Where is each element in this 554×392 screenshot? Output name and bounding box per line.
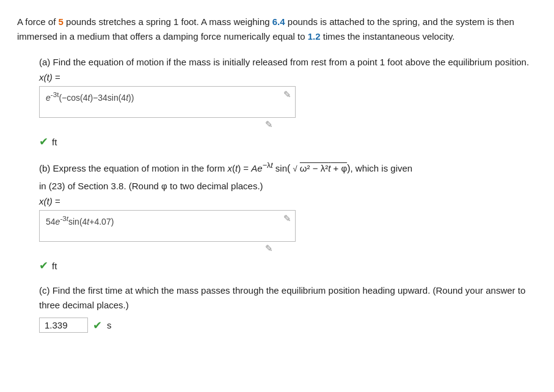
part-b-label-before: (b) Express the equation of motion in th…: [39, 163, 228, 173]
pencil-icon-bottom-a: ✎: [265, 119, 537, 130]
intro-val-5: 5: [59, 16, 64, 27]
intro-val-64: 6.4: [272, 16, 285, 27]
part-b-which-is-given: which is given: [353, 163, 413, 173]
part-b-expression[interactable]: 54e-3tsin(4t+4.07): [40, 211, 295, 229]
part-b-input-area[interactable]: ✎ 54e-3tsin(4t+4.07): [39, 210, 296, 242]
part-a-input-area[interactable]: ✎ e-3t(−cos(4t)−34sin(4t)): [39, 86, 296, 118]
part-b-section: (b) Express the equation of motion in th…: [39, 159, 537, 272]
part-c-answer-box[interactable]: 1.339: [39, 318, 88, 333]
check-icon-a: ✔: [39, 135, 48, 148]
part-b-math: x(t) = Ae−λt sin( √ ω² − λ²t + φ),: [228, 163, 353, 173]
part-b-xt-label: x(t) =: [39, 196, 537, 206]
check-icon-c: ✔: [93, 319, 102, 332]
part-a-section: (a) Find the equation of motion if the m…: [39, 55, 537, 148]
pencil-icon-top-a: ✎: [283, 89, 291, 100]
intro-paragraph: A force of 5 pounds stretches a spring 1…: [17, 15, 537, 44]
part-c-answer-row: 1.339 ✔ s: [39, 318, 537, 333]
check-icon-b: ✔: [39, 259, 48, 272]
intro-text-after-5: pounds stretches a spring 1 foot. A mass…: [64, 16, 272, 27]
pencil-icon-top-b: ✎: [283, 213, 291, 224]
intro-text-before-5: A force of: [17, 16, 59, 27]
part-b-check-row: ✔ ft: [39, 259, 537, 272]
intro-text-after-12: times the instantaneous velocity.: [321, 31, 455, 42]
part-b-expr-text: 54e-3tsin(4t+4.07): [46, 217, 114, 227]
part-a-expression[interactable]: e-3t(−cos(4t)−34sin(4t)): [40, 87, 295, 105]
part-a-xt-label: x(t) =: [39, 72, 537, 82]
part-a-label: (a) Find the equation of motion if the m…: [39, 55, 537, 70]
part-a-check-row: ✔ ft: [39, 135, 537, 148]
part-c-unit: s: [107, 320, 112, 330]
part-c-label: (c) Find the first time at which the mas…: [39, 283, 537, 313]
part-a-ft-label: ft: [52, 137, 57, 147]
part-b-ft-label: ft: [52, 261, 57, 271]
part-c-answer-value: 1.339: [45, 320, 68, 330]
part-c-section: (c) Find the first time at which the mas…: [39, 283, 537, 333]
intro-val-12: 1.2: [308, 31, 321, 42]
pencil-icon-bottom-b: ✎: [265, 243, 537, 254]
part-a-expr-text: e-3t(−cos(4t)−34sin(4t)): [46, 93, 134, 103]
part-b-label-line2: in (23) of Section 3.8. (Round φ to two …: [39, 179, 537, 194]
part-b-description: (b) Express the equation of motion in th…: [39, 159, 537, 176]
